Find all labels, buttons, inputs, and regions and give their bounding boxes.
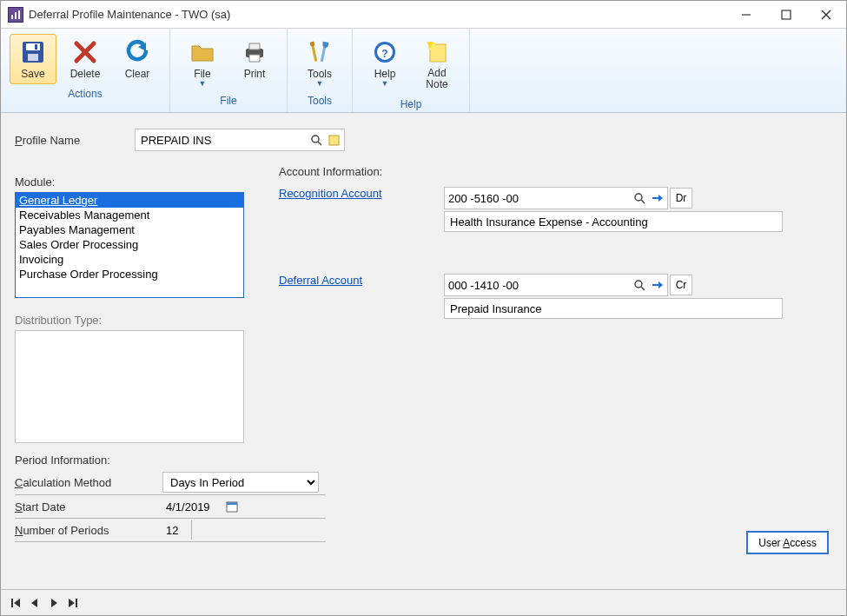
svg-point-29 [635,194,642,201]
folder-icon [189,38,216,66]
module-option[interactable]: Sales Order Processing [16,237,243,252]
print-button-label: Print [244,68,266,80]
profile-lookup-button[interactable] [308,131,325,149]
svg-rect-4 [782,10,791,19]
distribution-type-listbox[interactable] [15,330,244,443]
svg-line-30 [641,200,645,203]
chevron-down-icon: ▼ [199,80,207,87]
print-button[interactable]: Print [231,34,278,91]
app-window: Deferral Profile Maintenance - TWO (sa) [0,0,847,616]
note-icon [328,134,341,147]
module-listbox[interactable]: General LedgerReceivables ManagementPaya… [15,192,244,298]
svg-marker-48 [69,599,75,607]
help-button[interactable]: ? Help ▼ [361,34,408,95]
deferral-account-input[interactable] [445,277,631,294]
calc-method-select[interactable]: Days In Period [162,472,319,493]
profile-name-field-wrap [135,129,345,151]
deferral-expand-button[interactable] [648,276,665,294]
ribbon-group-help: ? Help ▼ Add Note Help [353,29,470,112]
nav-first-button[interactable] [8,595,23,611]
svg-rect-10 [35,44,37,50]
recognition-account-link[interactable]: Recognition Account [279,187,444,200]
tools-button-label: Tools [308,68,332,80]
module-option[interactable]: Invoicing [16,252,243,267]
ribbon-toolbar: Save Delete Clear Actions [1,29,846,113]
period-info-label: Period Information: [15,454,832,467]
delete-button[interactable]: Delete [62,34,109,84]
deferral-desc: Prepaid Insurance [444,298,783,319]
profile-name-input[interactable] [141,134,308,147]
svg-rect-16 [249,55,260,62]
svg-rect-38 [227,502,237,505]
num-periods-label: Number of Periods [15,524,162,537]
num-periods-input[interactable] [162,520,192,540]
ribbon-group-label-help: Help [400,98,422,110]
recognition-account-input[interactable] [445,190,631,207]
first-icon [10,598,21,608]
module-option[interactable]: Receivables Management [16,208,243,222]
svg-rect-18 [310,42,315,47]
module-option[interactable]: Payables Management [16,222,243,237]
recognition-expand-button[interactable] [648,189,665,207]
app-icon [8,7,23,23]
ribbon-group-label-file: File [220,95,236,107]
start-date-input[interactable] [162,497,223,516]
prev-icon [30,598,40,608]
svg-point-26 [312,136,319,142]
title-bar: Deferral Profile Maintenance - TWO (sa) [1,1,846,29]
deferral-drcr-box[interactable]: Cr [670,275,692,295]
svg-rect-1 [15,12,17,19]
deferral-account-field-wrap [444,274,668,296]
module-option[interactable]: Purchase Order Processing [16,267,243,282]
user-access-button[interactable]: User Access [746,531,829,554]
search-icon [633,192,646,205]
close-button[interactable] [806,1,846,28]
recognition-lookup-button[interactable] [631,189,648,207]
ribbon-group-actions: Save Delete Clear Actions [1,29,170,112]
tools-button[interactable]: Tools ▼ [296,34,343,91]
svg-rect-15 [249,43,260,50]
add-note-button[interactable]: Add Note [414,34,460,95]
help-button-label: Help [374,68,396,80]
delete-icon [71,38,99,66]
distribution-type-label: Distribution Type: [15,314,102,327]
minimize-icon [741,10,751,20]
svg-rect-9 [28,54,38,61]
svg-line-34 [641,287,645,290]
file-button[interactable]: File ▼ [179,34,226,91]
deferral-lookup-button[interactable] [631,276,648,294]
module-option[interactable]: General Ledger [16,193,243,208]
recognition-drcr-box[interactable]: Dr [670,188,692,209]
save-button[interactable]: Save [10,34,56,84]
nav-last-button[interactable] [65,595,81,611]
ribbon-group-file: File ▼ Print File [170,29,288,112]
svg-marker-45 [14,599,20,607]
nav-next-button[interactable] [46,595,62,611]
record-nav-bar [1,589,846,615]
save-icon [19,38,47,66]
search-icon [310,134,323,147]
search-icon [633,279,646,292]
profile-name-label: Profile Name [15,134,119,147]
nav-prev-button[interactable] [27,595,43,611]
svg-point-33 [635,281,642,288]
ribbon-group-tools: Tools ▼ Tools [288,29,353,112]
profile-note-button[interactable] [325,131,342,149]
date-picker-button[interactable] [223,498,241,515]
start-date-label: Start Date [15,500,162,513]
svg-rect-49 [76,599,77,607]
svg-marker-46 [31,599,37,607]
add-note-button-label: Add Note [426,68,447,90]
recognition-desc: Health Insurance Expense - Accounting [444,211,783,232]
tools-icon [306,38,334,66]
maximize-icon [781,10,791,20]
deferral-account-link[interactable]: Deferral Account [279,274,444,287]
clear-button[interactable]: Clear [114,34,161,84]
minimize-button[interactable] [726,1,766,28]
account-info-label: Account Information: [279,165,783,178]
maximize-button[interactable] [766,1,806,28]
file-button-label: File [194,68,210,80]
calendar-icon [226,500,238,513]
delete-button-label: Delete [70,68,101,80]
last-icon [68,598,78,608]
